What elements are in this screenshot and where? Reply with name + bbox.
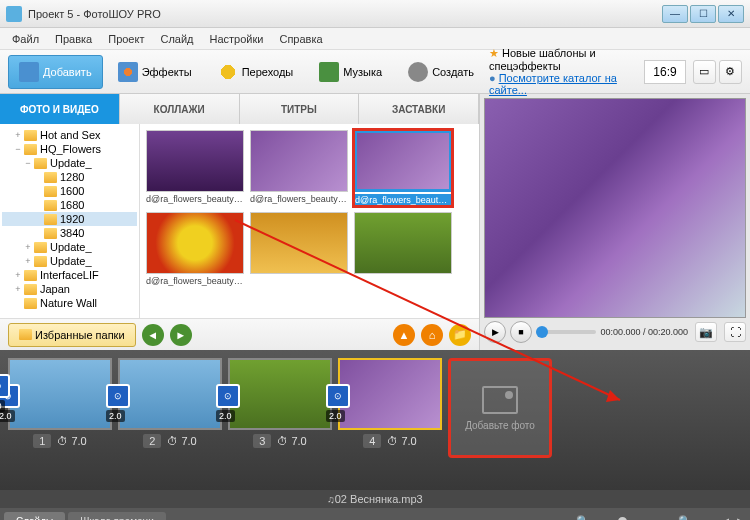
- playback-controls: ▶ ■ 00:00.000 / 00:20.000 📷 ⛶: [484, 318, 746, 346]
- transition-box[interactable]: ⊙: [106, 384, 130, 408]
- thumbnail-grid: d@ra_flowers_beauty (33d@ra_flowers_beau…: [140, 124, 479, 318]
- menu-help[interactable]: Справка: [271, 30, 330, 48]
- promo-box: ★Новые шаблоны и спецэффекты ●Посмотрите…: [489, 47, 636, 96]
- nav-up-icon[interactable]: ▲: [393, 324, 415, 346]
- zoom-out-icon[interactable]: 🔍: [576, 515, 590, 521]
- tree-item[interactable]: −HQ_Flowers: [2, 142, 137, 156]
- tab-titles[interactable]: ТИТРЫ: [240, 94, 360, 124]
- nav-back-icon[interactable]: ◄: [142, 324, 164, 346]
- seek-handle[interactable]: [536, 326, 548, 338]
- add-button[interactable]: Добавить: [8, 55, 103, 89]
- tab-photo-video[interactable]: ФОТО И ВИДЕО: [0, 94, 120, 124]
- menu-settings[interactable]: Настройки: [202, 30, 272, 48]
- favorites-label: Избранные папки: [35, 329, 125, 341]
- transition-box[interactable]: ⊙: [216, 384, 240, 408]
- promo-link[interactable]: Посмотрите каталог на сайте...: [489, 72, 617, 96]
- camera-icon: [19, 62, 39, 82]
- thumbnail[interactable]: d@ra_flowers_beauty (46...: [354, 130, 452, 206]
- timeline-slide[interactable]: ⊙2.02⏱ 7.0: [118, 358, 222, 482]
- aspect-ratio[interactable]: 16:9: [644, 60, 685, 84]
- effects-button[interactable]: Эффекты: [107, 55, 203, 89]
- thumbnail[interactable]: d@ra_flowers_beauty (47: [146, 212, 244, 286]
- thumbnail[interactable]: [354, 212, 452, 286]
- favorites-row: Избранные папки ◄ ► ▲ ⌂ 📁: [0, 318, 479, 350]
- star-icon: [218, 62, 238, 82]
- timeline-slide[interactable]: ⊙2.04⏱ 7.0: [338, 358, 442, 482]
- snapshot-button[interactable]: 📷: [695, 322, 717, 342]
- menu-project[interactable]: Проект: [100, 30, 152, 48]
- tree-item[interactable]: 1920: [2, 212, 137, 226]
- display-mode-button[interactable]: ▭: [693, 60, 716, 84]
- music-label: Музыка: [343, 66, 382, 78]
- fullscreen-button[interactable]: ⛶: [724, 322, 746, 342]
- window-title: Проект 5 - ФотоШОУ PRO: [28, 8, 660, 20]
- add-photo-slot[interactable]: ⊙2.0Добавьте фото: [448, 358, 552, 458]
- menu-slide[interactable]: Слайд: [152, 30, 201, 48]
- promo-line1: Новые шаблоны и спецэффекты: [489, 47, 596, 72]
- stop-button[interactable]: ■: [510, 321, 532, 343]
- zoom-in-icon[interactable]: 🔍: [678, 515, 692, 521]
- timeline-slide[interactable]: ⊙2.01⏱ 7.0: [8, 358, 112, 482]
- tree-item[interactable]: 1600: [2, 184, 137, 198]
- thumbnail[interactable]: d@ra_flowers_beauty (45: [250, 130, 348, 206]
- nav-add-folder-icon[interactable]: 📁: [449, 324, 471, 346]
- timeline[interactable]: ⊙2.01⏱ 7.0⊙2.02⏱ 7.0⊙2.03⏱ 7.0⊙2.04⏱ 7.0…: [0, 350, 750, 490]
- app-icon: [6, 6, 22, 22]
- view-tabs: Слайды Шкала времени 🔍 🔍 ◄ ►: [0, 508, 750, 520]
- add-label: Добавить: [43, 66, 92, 78]
- minimize-button[interactable]: —: [662, 5, 688, 23]
- view-tab-timeline[interactable]: Шкала времени: [68, 512, 165, 521]
- transition-box[interactable]: ⊙: [326, 384, 350, 408]
- folder-tree[interactable]: +Hot and Sex−HQ_Flowers−Update_128016001…: [0, 124, 140, 318]
- seek-bar[interactable]: [536, 330, 596, 334]
- tree-item[interactable]: Nature Wall: [2, 296, 137, 310]
- transitions-label: Переходы: [242, 66, 294, 78]
- nav-forward-icon[interactable]: ►: [170, 324, 192, 346]
- star-badge-icon: ★: [489, 47, 499, 59]
- globe-icon: ●: [489, 72, 496, 84]
- tree-item[interactable]: +Update_: [2, 240, 137, 254]
- tree-item[interactable]: +InterfaceLIF: [2, 268, 137, 282]
- menubar: Файл Правка Проект Слайд Настройки Справ…: [0, 28, 750, 50]
- favorites-button[interactable]: Избранные папки: [8, 323, 136, 347]
- toolbar: Добавить Эффекты Переходы Музыка Создать…: [0, 50, 750, 94]
- folder-icon: [19, 329, 32, 340]
- tree-item[interactable]: +Update_: [2, 254, 137, 268]
- tree-item[interactable]: 1280: [2, 170, 137, 184]
- transitions-button[interactable]: Переходы: [207, 55, 305, 89]
- note-icon: [319, 62, 339, 82]
- gear-icon: [408, 62, 428, 82]
- menu-edit[interactable]: Правка: [47, 30, 100, 48]
- tree-item[interactable]: +Japan: [2, 282, 137, 296]
- zoom-control: 🔍 🔍 ◄ ►: [576, 515, 746, 521]
- create-label: Создать: [432, 66, 474, 78]
- scroll-left-icon[interactable]: ◄: [720, 515, 731, 520]
- timeline-slide[interactable]: ⊙2.03⏱ 7.0: [228, 358, 332, 482]
- content-tabs: ФОТО И ВИДЕО КОЛЛАЖИ ТИТРЫ ЗАСТАВКИ: [0, 94, 479, 124]
- maximize-button[interactable]: ☐: [690, 5, 716, 23]
- tab-collages[interactable]: КОЛЛАЖИ: [120, 94, 240, 124]
- thumbnail[interactable]: [250, 212, 348, 286]
- nav-home-icon[interactable]: ⌂: [421, 324, 443, 346]
- tab-intros[interactable]: ЗАСТАВКИ: [359, 94, 479, 124]
- tree-item[interactable]: −Update_: [2, 156, 137, 170]
- transition-box[interactable]: ⊙: [0, 374, 10, 398]
- menu-file[interactable]: Файл: [4, 30, 47, 48]
- audio-filename: 02 Веснянка.mp3: [335, 493, 423, 505]
- scroll-right-icon[interactable]: ►: [735, 515, 746, 520]
- tree-item[interactable]: 1680: [2, 198, 137, 212]
- audio-track[interactable]: ♫ 02 Веснянка.mp3: [0, 490, 750, 508]
- settings-button[interactable]: ⚙: [719, 60, 742, 84]
- view-tab-slides[interactable]: Слайды: [4, 512, 65, 521]
- effects-label: Эффекты: [142, 66, 192, 78]
- preview-pane: [484, 98, 746, 318]
- tree-item[interactable]: 3840: [2, 226, 137, 240]
- play-button[interactable]: ▶: [484, 321, 506, 343]
- create-button[interactable]: Создать: [397, 55, 485, 89]
- thumbnail[interactable]: d@ra_flowers_beauty (33: [146, 130, 244, 206]
- close-button[interactable]: ✕: [718, 5, 744, 23]
- palette-icon: [118, 62, 138, 82]
- zoom-handle[interactable]: [618, 517, 627, 521]
- tree-item[interactable]: +Hot and Sex: [2, 128, 137, 142]
- music-button[interactable]: Музыка: [308, 55, 393, 89]
